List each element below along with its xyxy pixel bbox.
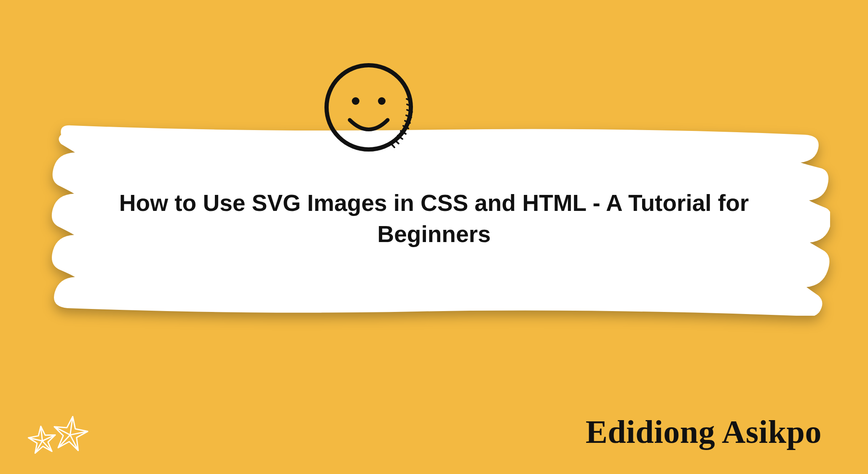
smiley-svg <box>320 59 417 156</box>
svg-point-12 <box>378 97 386 105</box>
smiley-icon <box>320 59 417 156</box>
article-title: How to Use SVG Images in CSS and HTML - … <box>105 187 763 250</box>
stars-svg <box>23 411 95 457</box>
svg-line-19 <box>42 435 56 441</box>
stars-decoration <box>23 411 95 457</box>
author-name: Edidiong Asikpo <box>586 413 822 451</box>
svg-line-17 <box>54 427 71 435</box>
svg-point-11 <box>352 97 359 105</box>
